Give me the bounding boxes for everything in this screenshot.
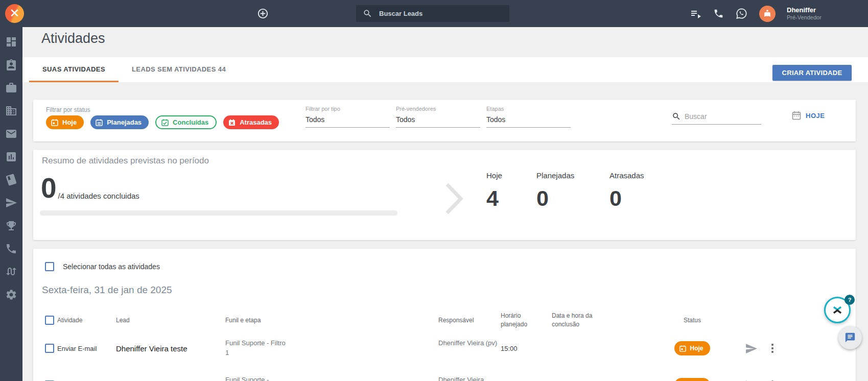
lead-search-input[interactable]: Buscar Leads xyxy=(356,5,509,22)
dashboard-icon[interactable] xyxy=(5,36,17,48)
completion-progressbar xyxy=(40,210,397,216)
exact-logo-icon[interactable]: ✕ xyxy=(5,4,24,23)
send-icon xyxy=(745,379,758,381)
activity-type: Enviar E-mail xyxy=(57,345,116,352)
calendar-x-icon xyxy=(228,118,236,127)
briefcase-icon[interactable] xyxy=(5,82,17,94)
stat-hoje: Hoje 4 xyxy=(486,171,502,211)
user-avatar[interactable] xyxy=(759,6,776,22)
mail-icon[interactable] xyxy=(5,128,17,140)
status-badge-label: Hoje xyxy=(690,345,703,352)
select-all-label: Selecionar todas as atividades xyxy=(63,263,160,271)
col-horario: Horário planejado xyxy=(501,312,537,329)
company-icon[interactable] xyxy=(5,105,17,117)
settings-icon[interactable] xyxy=(5,289,17,301)
funnel-stage: Funil Suporte - xyxy=(225,375,291,381)
select-all-checkbox[interactable] xyxy=(45,262,54,271)
bar-chart-icon[interactable] xyxy=(5,151,17,163)
send-activity-button[interactable] xyxy=(745,342,758,355)
tab-leads-sem-atividades[interactable]: LEADS SEM ATIVIDADES 44 xyxy=(119,57,239,82)
presales-filter-value: Todos xyxy=(396,115,480,128)
chip-concluidas-label: Concluídas xyxy=(173,118,208,126)
select-all-row: Selecionar todas as atividades xyxy=(45,262,160,271)
stat-hoje-value: 4 xyxy=(486,186,502,211)
lead-name[interactable]: Dheniffer Vieira teste xyxy=(116,344,225,353)
date-group-heading: Sexta-feira, 31 de jan de 2025 xyxy=(42,284,172,296)
completed-caption: /4 atividades concluidas xyxy=(58,192,139,200)
phone-icon[interactable] xyxy=(713,8,724,19)
stat-planejadas: Planejadas 0 xyxy=(536,171,574,211)
user-name: Dheniffer xyxy=(787,6,822,14)
chip-atrasadas-label: Atrasadas xyxy=(240,118,272,126)
presales-filter-select[interactable]: Pré-vendedores Todos xyxy=(396,106,480,128)
type-filter-select[interactable]: Filtrar por tipo Todos xyxy=(306,106,390,128)
activities-search-input[interactable]: Buscar xyxy=(672,112,761,125)
reader-icon xyxy=(762,9,772,19)
chip-atrasadas[interactable]: Atrasadas xyxy=(223,115,279,129)
summary-title: Resumo de atividades previstas no períod… xyxy=(42,156,209,166)
trophy-icon[interactable] xyxy=(5,220,17,232)
chevron-right-icon xyxy=(444,181,464,216)
sidebar-nav xyxy=(0,27,22,381)
completed-counter: 0 /4 atividades concluidas xyxy=(41,176,139,200)
stages-filter-label: Etapas xyxy=(486,106,571,112)
summary-panel: Resumo de atividades previstas no períod… xyxy=(33,150,856,240)
activity-row: Enviar E-mail Dheniffer Vieira teste Fun… xyxy=(33,334,856,363)
phone-icon[interactable] xyxy=(5,243,17,255)
contact-card-icon[interactable] xyxy=(5,59,17,71)
lead-search-placeholder: Buscar Leads xyxy=(379,10,423,17)
stat-planejadas-value: 0 xyxy=(536,186,574,211)
plus-circle-icon[interactable] xyxy=(257,8,269,19)
stages-filter-select[interactable]: Etapas Todos xyxy=(486,106,571,128)
search-icon xyxy=(363,9,372,18)
calendar-notes-icon xyxy=(95,118,103,127)
send-icon xyxy=(745,342,758,355)
presales-filter-label: Pré-vendedores xyxy=(396,106,480,112)
send-activity-button[interactable] xyxy=(745,379,758,381)
chip-hoje[interactable]: Hoje xyxy=(46,115,84,129)
topbar: ✕ Buscar Leads Dheniffer Pré-Vendedor xyxy=(0,0,868,27)
row-menu-button[interactable] xyxy=(769,378,844,381)
row-menu-button[interactable] xyxy=(769,342,844,355)
exact-help-icon xyxy=(831,303,844,317)
filter-status-label: Filtrar por status xyxy=(46,106,90,113)
col-atividade: Atividade xyxy=(57,317,116,324)
completed-value: 0 xyxy=(41,176,57,200)
col-status: Status xyxy=(684,317,701,324)
chat-widget-button[interactable] xyxy=(838,326,862,349)
chip-hoje-label: Hoje xyxy=(62,118,77,126)
chip-planejadas[interactable]: Planejadas xyxy=(90,115,149,129)
stages-filter-value: Todos xyxy=(486,115,571,128)
planned-time: 15:00 xyxy=(501,345,552,352)
col-lead: Lead xyxy=(116,317,225,324)
chip-planejadas-label: Planejadas xyxy=(107,118,142,126)
whatsapp-icon[interactable] xyxy=(735,7,748,20)
date-range-picker[interactable]: HOJE xyxy=(791,110,825,121)
help-badge[interactable]: ? xyxy=(844,295,855,305)
swap-calls-icon[interactable] xyxy=(5,266,17,278)
status-badge[interactable]: Hoje xyxy=(674,378,710,381)
user-meta[interactable]: Dheniffer Pré-Vendedor xyxy=(787,6,822,21)
col-conclusao: Data e hora da conclusão xyxy=(552,312,604,329)
stat-atrasadas: Atrasadas 0 xyxy=(609,171,644,211)
calendar-icon xyxy=(791,110,802,121)
stat-planejadas-label: Planejadas xyxy=(536,171,574,180)
type-filter-label: Filtrar por tipo xyxy=(306,106,390,112)
create-activity-button[interactable]: CRIAR ATIVIDADE xyxy=(772,65,852,81)
chat-icon xyxy=(844,332,856,343)
date-range-label: HOJE xyxy=(806,112,825,120)
calendar-today-icon xyxy=(679,345,687,352)
book-icon[interactable] xyxy=(5,174,17,186)
status-badge[interactable]: Hoje xyxy=(674,341,710,355)
playlist-icon[interactable] xyxy=(690,8,702,20)
col-responsavel: Responsável xyxy=(438,317,501,324)
stat-atrasadas-value: 0 xyxy=(609,186,644,211)
row-checkbox[interactable] xyxy=(45,344,54,353)
search-icon xyxy=(672,112,681,121)
funnel-stage: Funil Suporte - Filtro 1 xyxy=(225,339,291,358)
send-icon[interactable] xyxy=(5,197,17,209)
tab-suas-atividades[interactable]: SUAS ATIVIDADES xyxy=(29,57,119,82)
activities-panel: Selecionar todas as atividades Sexta-fei… xyxy=(33,249,856,381)
chip-concluidas[interactable]: Concluídas xyxy=(155,115,217,129)
header-checkbox[interactable] xyxy=(45,316,54,325)
